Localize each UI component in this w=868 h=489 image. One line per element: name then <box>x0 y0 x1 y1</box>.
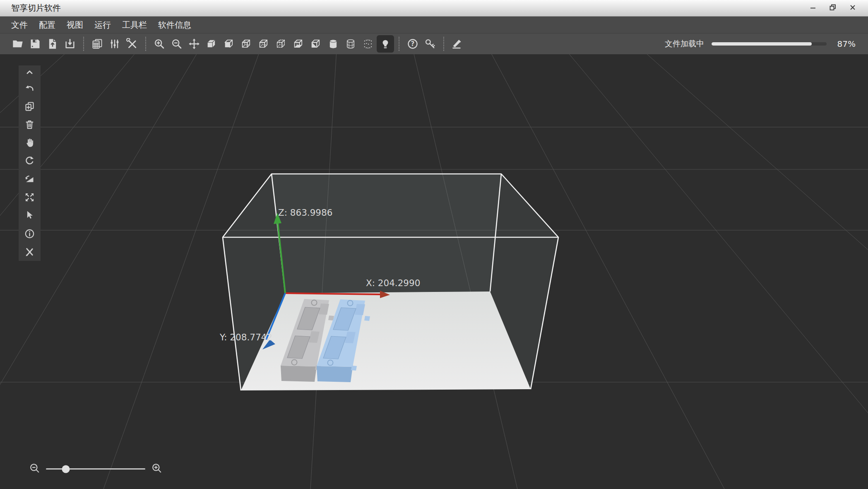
zoom-out-magnifier-icon <box>29 463 40 474</box>
close-icon <box>849 4 856 13</box>
zoom-in-magnifier-icon <box>151 463 162 474</box>
toolbar-separator <box>83 37 84 51</box>
zoom-out-icon <box>171 38 183 50</box>
fit-scale-button[interactable] <box>19 188 41 206</box>
cube-wireframe-icon <box>240 38 252 50</box>
zoom-in-icon <box>154 38 165 50</box>
menu-toolbar[interactable]: 工具栏 <box>122 19 147 31</box>
window-controls <box>808 4 868 13</box>
knife-icon <box>452 38 463 50</box>
lay-flat-button[interactable] <box>19 170 41 188</box>
info-button[interactable] <box>19 224 41 243</box>
cube-wireframe-button[interactable] <box>238 35 255 53</box>
zoom-out-magnifier-button[interactable] <box>29 463 40 475</box>
loading-area: 文件加载中 87% <box>665 39 868 49</box>
open-file-icon <box>12 38 24 50</box>
save-button[interactable] <box>26 35 44 53</box>
x-axis-label: X: 204.2990 <box>366 278 420 288</box>
loading-label: 文件加载中 <box>665 39 704 49</box>
tools-button[interactable] <box>123 35 141 53</box>
select-cursor-button[interactable] <box>19 206 41 224</box>
undo-icon <box>24 82 35 94</box>
menu-run[interactable]: 运行 <box>94 19 111 31</box>
viewport[interactable]: Z: 863.9986 X: 204.2990 Y: 208.7742 <box>0 54 868 489</box>
cylinder-solid-button[interactable] <box>325 35 342 53</box>
cube-split-icon <box>310 38 322 50</box>
import-file-icon <box>47 38 58 50</box>
export-download-icon <box>64 38 76 50</box>
duplicate-add-button[interactable] <box>19 97 41 115</box>
minimize-icon <box>809 4 817 13</box>
collapse-up-icon <box>24 67 35 78</box>
save-icon <box>29 38 41 50</box>
cylinder-solid-icon <box>327 38 339 50</box>
export-download-button[interactable] <box>61 35 79 53</box>
knife-button[interactable] <box>449 35 466 53</box>
undo-button[interactable] <box>19 79 41 97</box>
move-button[interactable] <box>185 35 203 53</box>
cube-dashed-button[interactable] <box>272 35 290 53</box>
menubar: 文件 配置 视图 运行 工具栏 软件信息 <box>0 17 868 33</box>
cube-face-button[interactable] <box>220 35 238 53</box>
profile-table-icon <box>91 38 103 50</box>
key-icon <box>424 38 436 50</box>
cylinder-wireframe-button[interactable] <box>342 35 359 53</box>
side-toolbar <box>19 65 41 261</box>
titlebar: 智享切片软件 <box>0 0 868 17</box>
cylinder-wireframe-icon <box>345 38 356 50</box>
zoom-slider-track[interactable] <box>46 468 145 470</box>
toolbar-separator <box>399 37 399 51</box>
cube-bottom-face-icon <box>293 38 304 50</box>
light-bulb-button[interactable] <box>377 35 394 53</box>
lay-flat-icon <box>24 173 35 185</box>
pan-hand-icon <box>24 137 35 148</box>
zoom-in-magnifier-button[interactable] <box>151 463 162 475</box>
select-cursor-icon <box>24 210 35 221</box>
cube-bottom-face-button[interactable] <box>290 35 307 53</box>
zoom-in-button[interactable] <box>151 35 168 53</box>
repair-button[interactable] <box>19 243 41 261</box>
open-file-button[interactable] <box>9 35 26 53</box>
param-sliders-button[interactable] <box>106 35 123 53</box>
restore-icon <box>829 4 837 13</box>
progress-bar <box>712 42 827 46</box>
duplicate-add-icon <box>24 101 35 112</box>
profile-table-button[interactable] <box>89 35 106 53</box>
zoom-out-button[interactable] <box>168 35 185 53</box>
light-bulb-icon <box>380 38 391 50</box>
pan-hand-button[interactable] <box>19 133 41 152</box>
svg-text:?: ? <box>411 40 415 48</box>
menu-view[interactable]: 视图 <box>67 19 83 31</box>
zoom-control <box>29 463 162 475</box>
toolbar: ? 文件加载中 87% <box>0 33 868 54</box>
delete-trash-button[interactable] <box>19 115 41 133</box>
cube-face-icon <box>223 38 235 50</box>
minimize-button[interactable] <box>808 4 818 13</box>
y-axis-label: Y: 208.7742 <box>219 332 272 342</box>
menu-software-info[interactable]: 软件信息 <box>158 19 191 31</box>
scene-3d[interactable]: Z: 863.9986 X: 204.2990 Y: 208.7742 <box>0 54 868 489</box>
cube-dashed-icon <box>275 38 287 50</box>
info-icon <box>24 228 35 239</box>
cube-hidden-edges-button[interactable] <box>255 35 272 53</box>
progress-fill <box>712 42 812 46</box>
help-button[interactable]: ? <box>404 35 421 53</box>
move-icon <box>188 38 200 50</box>
collapse-up-button[interactable] <box>19 65 41 79</box>
app-window: 智享切片软件 文件 配置 视图 运行 工具栏 软件信息 <box>0 0 868 489</box>
tools-icon <box>126 38 138 50</box>
window-title: 智享切片软件 <box>0 2 61 14</box>
close-button[interactable] <box>848 4 857 13</box>
rotate-button[interactable] <box>19 152 41 170</box>
restore-button[interactable] <box>828 4 837 13</box>
import-file-button[interactable] <box>44 35 61 53</box>
menu-file[interactable]: 文件 <box>11 19 28 31</box>
menu-config[interactable]: 配置 <box>39 19 55 31</box>
cube-split-button[interactable] <box>307 35 325 53</box>
cube-solid-button[interactable] <box>203 35 220 53</box>
zoom-slider-thumb[interactable] <box>62 465 70 473</box>
cylinder-points-button[interactable] <box>359 35 377 53</box>
key-button[interactable] <box>421 35 439 53</box>
progress-percent: 87% <box>834 39 856 49</box>
cube-hidden-edges-icon <box>258 38 269 50</box>
